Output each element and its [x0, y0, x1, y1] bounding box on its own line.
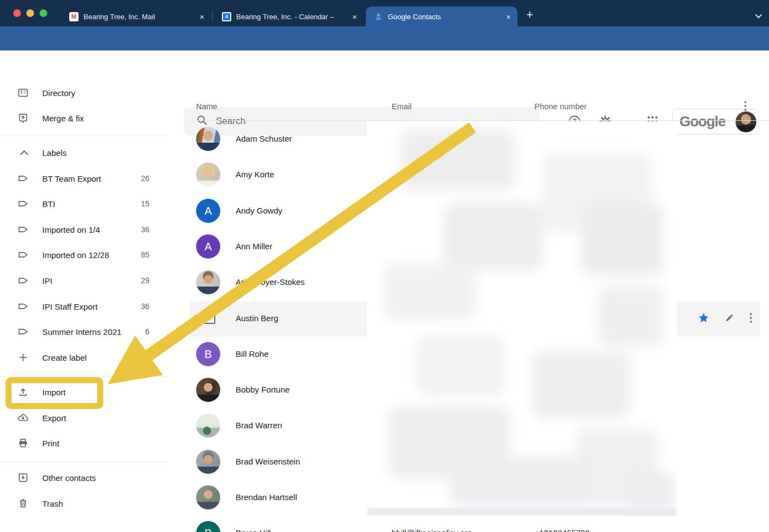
sidebar-item-directory[interactable]: Directory	[0, 80, 167, 105]
contact-name: Bobby Fortune	[236, 385, 289, 394]
avatar	[196, 450, 220, 474]
minimize-window-button[interactable]	[26, 9, 34, 17]
close-tab-icon[interactable]: ×	[199, 12, 204, 21]
row-kebab-icon[interactable]	[749, 312, 753, 326]
directory-icon	[16, 86, 30, 99]
calendar-icon: 4	[222, 12, 231, 21]
label-tag-icon	[16, 248, 30, 261]
close-window-button[interactable]	[13, 9, 21, 17]
plus-icon	[16, 351, 30, 364]
sidebar-label-imported-12-28[interactable]: Imported on 12/28 85	[0, 242, 167, 267]
divider	[0, 376, 167, 377]
label-tag-icon	[16, 274, 30, 287]
contact-name: Bruce Hill	[236, 528, 271, 532]
label-tag-icon	[16, 197, 30, 210]
merge-fix-icon	[16, 111, 30, 125]
label-tag-icon	[16, 325, 30, 338]
gmail-icon: M	[69, 12, 79, 21]
redacted-email-phone-area	[367, 121, 677, 516]
printer-icon	[16, 436, 30, 450]
contact-name: Austin Berg	[236, 313, 278, 323]
row-checkbox[interactable]	[204, 312, 215, 324]
sidebar-label-imported-1-4[interactable]: Imported on 1/4 36	[0, 217, 167, 242]
sidebar-item-merge-fix[interactable]: Merge & fix	[0, 105, 167, 131]
contact-phone: +13123465700	[534, 528, 590, 532]
new-tab-button[interactable]: +	[526, 8, 533, 22]
edit-pencil-icon[interactable]	[724, 312, 735, 326]
other-contacts-icon	[16, 471, 30, 484]
contact-name: Adam Schuster	[236, 134, 292, 143]
avatar	[196, 378, 220, 402]
sidebar-label-summer-interns[interactable]: Summer Interns 2021 6	[0, 319, 167, 344]
label-count: 29	[141, 276, 149, 285]
column-header-email[interactable]: Email	[392, 102, 411, 111]
sidebar-label-bti[interactable]: BTI 15	[0, 191, 167, 216]
chevron-up-icon	[18, 146, 31, 159]
star-icon[interactable]	[698, 312, 710, 326]
label-count: 15	[141, 199, 149, 208]
trash-icon	[16, 497, 30, 510]
column-header-phone[interactable]: Phone number	[534, 102, 587, 111]
close-tab-icon[interactable]: ×	[506, 12, 511, 21]
avatar	[196, 413, 220, 438]
tab-title: Bearing Tree, Inc. - Calendar –	[236, 13, 347, 21]
sidebar: Directory Merge & fix Labels BT Team Exp…	[0, 93, 167, 532]
contact-name: Ann Miller	[236, 242, 272, 251]
label-tag-icon	[16, 223, 30, 236]
cloud-download-icon	[16, 411, 30, 424]
labels-header-text: Labels	[42, 148, 66, 158]
label-count: 85	[141, 250, 149, 259]
contact-name: Bill Rohe	[236, 349, 269, 359]
avatar	[196, 163, 220, 187]
sidebar-item-label: Merge & fix	[42, 114, 84, 123]
sidebar-label-bt-team-export[interactable]: BT Team Export 26	[0, 166, 167, 191]
contacts-icon	[374, 12, 383, 21]
label-count: 36	[141, 302, 149, 311]
sidebar-item-print[interactable]: Print	[0, 430, 167, 456]
tab-title: Google Contacts	[388, 13, 500, 21]
sidebar-labels-header[interactable]: Labels	[0, 140, 167, 165]
browser-toolbar: contacts.google.com/?hl=en 16	[0, 26, 769, 51]
sidebar-create-label[interactable]: Create label	[0, 345, 167, 370]
contact-name: Brendan Hartsell	[236, 492, 297, 502]
sidebar-label-ipi-staff-export[interactable]: IPI Staff Export 36	[0, 294, 167, 319]
sidebar-item-other-contacts[interactable]: Other contacts	[0, 465, 167, 490]
letter-avatar: A	[196, 234, 220, 259]
contacts-table-header: Name Email Phone number	[190, 93, 769, 121]
tab-separator	[212, 10, 213, 21]
label-count: 26	[141, 174, 149, 183]
letter-avatar: A	[196, 199, 220, 223]
drag-handle-icon[interactable]	[193, 315, 199, 324]
label-tag-icon	[16, 300, 30, 313]
sidebar-label-ipi[interactable]: IPI 29	[0, 268, 167, 293]
contact-name: Brad Warren	[236, 421, 282, 430]
avatar	[196, 127, 220, 151]
tab-mail[interactable]: M Bearing Tree, Inc. Mail ×	[62, 7, 211, 26]
sidebar-item-label: Directory	[42, 88, 75, 98]
label-tag-icon	[16, 172, 30, 185]
close-tab-icon[interactable]: ×	[352, 12, 357, 21]
sidebar-item-trash[interactable]: Trash	[0, 491, 167, 516]
contact-name: Brad Weisenstein	[236, 457, 300, 466]
contact-row[interactable]: B Bruce Hill bhill@illinoispolicy.org +1…	[190, 516, 760, 532]
tab-google-contacts[interactable]: Google Contacts ×	[366, 7, 517, 26]
tab-search-chevron-icon[interactable]	[755, 11, 762, 21]
avatar	[196, 485, 220, 509]
avatar	[196, 270, 220, 294]
contact-email: bhill@illinoispolicy.org	[392, 528, 472, 532]
browser-tab-bar: M Bearing Tree, Inc. Mail × 4 Bearing Tr…	[0, 0, 769, 26]
contact-name: Amy Korte	[236, 170, 274, 179]
list-options-kebab-icon[interactable]	[744, 100, 747, 114]
letter-avatar: B	[196, 521, 220, 532]
letter-avatar: B	[196, 342, 220, 366]
zoom-window-button[interactable]	[40, 9, 47, 17]
import-highlight-box	[5, 377, 103, 409]
contact-name: Andy Gowdy	[236, 206, 282, 215]
divider	[0, 136, 167, 136]
tab-calendar[interactable]: 4 Bearing Tree, Inc. - Calendar – ×	[214, 7, 364, 26]
column-header-name[interactable]: Name	[196, 102, 218, 111]
label-count: 36	[141, 225, 149, 234]
label-count: 6	[145, 327, 149, 336]
tab-title: Bearing Tree, Inc. Mail	[83, 13, 194, 21]
divider	[0, 462, 167, 462]
